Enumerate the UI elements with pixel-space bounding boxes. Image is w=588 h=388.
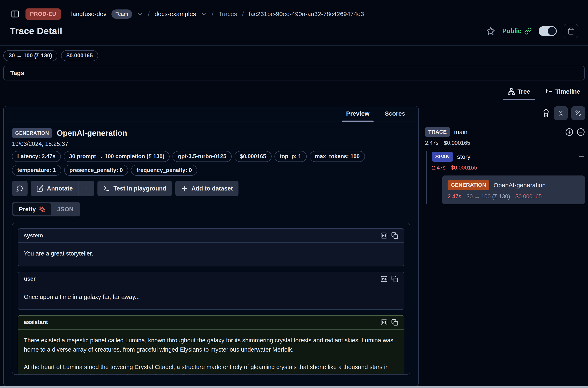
window-bottom-edge [0, 386, 588, 388]
trace-latency: 2.47s [425, 140, 439, 146]
format-toggle: Pretty JSON [12, 202, 80, 217]
expand-all-button[interactable] [565, 128, 573, 136]
copy-button[interactable] [391, 319, 398, 326]
cost-badge: $0.000165 [235, 151, 271, 162]
markdown-icon [381, 232, 387, 239]
message-content: You are a great storyteller. [18, 243, 404, 266]
generation-tokens: 30 → 100 (Σ 130) [467, 194, 510, 200]
trace-type-badge: TRACE [425, 127, 450, 137]
message-tools [381, 275, 398, 282]
span-row-tools [578, 153, 585, 160]
annotate-dropdown-button[interactable] [79, 181, 94, 196]
pretty-toggle[interactable]: Pretty [13, 203, 51, 215]
trash-icon [567, 27, 575, 35]
breadcrumb-org[interactable]: langfuse-dev [71, 10, 107, 18]
copy-button[interactable] [391, 232, 398, 239]
tree-node-generation-selected[interactable]: GENERATION OpenAI-generation 2.47s 30 → … [442, 175, 585, 204]
assistant-paragraph-1: There existed a majestic planet called L… [24, 336, 398, 354]
link-icon [524, 27, 532, 35]
public-link[interactable]: Public [502, 27, 532, 35]
io-preview: system You are a great storyteller. [12, 223, 410, 375]
annotate-button[interactable]: Annotate [31, 181, 79, 196]
star-icon [486, 26, 495, 36]
scores-annotation-button[interactable] [542, 109, 550, 118]
delete-trace-button[interactable] [564, 24, 578, 38]
tree-icon [508, 88, 515, 95]
span-name: story [457, 153, 470, 160]
page-header: PROD-EU langfuse-dev Team / docs-example… [0, 0, 588, 46]
toggle-knob [548, 27, 556, 35]
environment-badge[interactable]: PROD-EU [25, 8, 61, 20]
tab-timeline[interactable]: Timeline [541, 85, 585, 100]
observation-actions: Annotate Test in playground Add to data [12, 181, 410, 196]
public-toggle[interactable] [539, 26, 557, 36]
collapse-tree-button[interactable] [577, 128, 585, 136]
breadcrumb-project[interactable]: docs-examples [155, 10, 196, 18]
assistant-paragraph-2: At the heart of Lumina stood the towerin… [24, 363, 398, 375]
tab-preview[interactable]: Preview [341, 106, 374, 121]
chevron-down-icon[interactable] [137, 11, 143, 17]
add-to-dataset-button[interactable]: Add to dataset [175, 181, 239, 196]
markdown-toggle-button[interactable] [381, 319, 387, 326]
message-header: user [18, 272, 404, 286]
generation-name: OpenAI-generation [494, 182, 546, 189]
json-toggle[interactable]: JSON [51, 203, 79, 215]
tags-box[interactable]: Tags [3, 66, 585, 80]
award-icon [542, 109, 550, 118]
test-in-playground-button[interactable]: Test in playground [97, 181, 172, 196]
org-type-badge: Team [112, 9, 132, 19]
trace-row-tools [565, 128, 585, 136]
message-header: system [18, 229, 404, 243]
model-badge[interactable]: gpt-3.5-turbo-0125 [173, 151, 232, 162]
message-system: system You are a great storyteller. [18, 228, 404, 267]
trace-node-row: TRACE main [425, 127, 585, 137]
main-area: Preview Scores GENERATION OpenAI-generat… [0, 100, 588, 386]
observation-header: GENERATION OpenAI-generation [12, 128, 410, 138]
message-tools [381, 319, 398, 326]
tree-toolbar [425, 106, 585, 120]
cost-badge[interactable]: $0.000165 [61, 50, 98, 61]
divider [66, 9, 66, 19]
markdown-toggle-button[interactable] [381, 232, 387, 239]
view-tabs: Tree Timeline [0, 85, 588, 100]
chevron-down-icon[interactable] [201, 11, 207, 17]
tree-node-span[interactable]: SPAN story 2.47s $0.000165 [432, 152, 585, 171]
message-role: user [24, 276, 36, 282]
bookmark-button[interactable] [486, 26, 495, 36]
terminal-icon [103, 185, 110, 192]
percent-icon [575, 110, 582, 117]
trace-summary-badges: 30 → 100 (Σ 130) $0.000165 [0, 46, 588, 61]
copy-icon [391, 232, 398, 239]
observation-detail-card: Preview Scores GENERATION OpenAI-generat… [3, 106, 419, 386]
tab-tree-label: Tree [518, 88, 530, 95]
tags-label: Tags [10, 70, 24, 76]
trace-children: SPAN story 2.47s $0.000165 [426, 151, 585, 204]
playground-label: Test in playground [113, 185, 166, 192]
message-header: assistant [18, 315, 404, 330]
token-usage-badge[interactable]: 30 → 100 (Σ 130) [3, 50, 57, 61]
sidebar-toggle-button[interactable] [10, 9, 21, 19]
comment-icon [16, 185, 23, 192]
public-label: Public [502, 27, 521, 35]
tab-tree[interactable]: Tree [503, 85, 535, 100]
trace-name: main [454, 129, 468, 136]
annotate-label: Annotate [47, 185, 73, 192]
show-percentages-button[interactable] [571, 106, 585, 120]
generation-latency: 2.47s [448, 194, 461, 200]
trace-metrics: 2.47s $0.000165 [425, 140, 585, 146]
trace-cost: $0.000165 [444, 140, 470, 146]
tab-scores[interactable]: Scores [380, 106, 410, 121]
tree-node-trace[interactable]: TRACE main 2.47s $0.000165 [425, 127, 585, 146]
span-metrics: 2.47s $0.000165 [432, 165, 585, 171]
breadcrumb-traces[interactable]: Traces [219, 10, 237, 18]
span-latency: 2.47s [432, 165, 446, 171]
edit-icon [37, 185, 44, 192]
message-role: assistant [24, 319, 48, 325]
panel-left-icon [11, 9, 20, 19]
collapse-all-button[interactable] [554, 106, 568, 120]
collapse-span-button[interactable] [578, 153, 585, 160]
markdown-toggle-button[interactable] [381, 275, 387, 282]
markdown-icon [381, 319, 387, 326]
comment-button[interactable] [12, 181, 27, 196]
copy-button[interactable] [391, 275, 398, 282]
